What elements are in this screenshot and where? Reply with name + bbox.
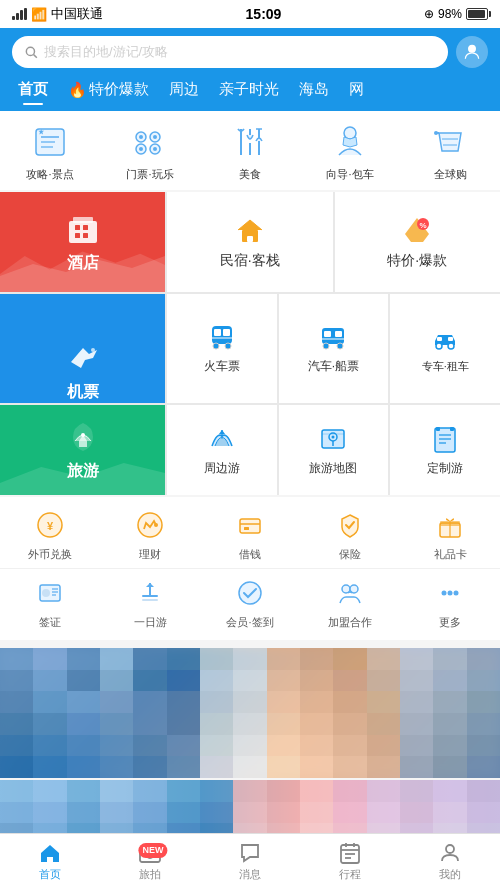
svg-point-96 — [446, 845, 454, 853]
category-global[interactable]: 全球购 — [400, 121, 500, 182]
banner-1[interactable] — [0, 648, 500, 778]
service-partner[interactable]: 加盟合作 — [300, 575, 400, 630]
svg-point-22 — [434, 131, 438, 135]
bottom-nav-photo-label: 旅拍 — [139, 867, 161, 882]
svg-rect-80 — [142, 599, 158, 601]
tab-net[interactable]: 网 — [339, 76, 374, 103]
svg-point-46 — [337, 343, 343, 349]
svg-rect-29 — [75, 233, 80, 238]
svg-point-66 — [138, 513, 162, 537]
ticket-icon — [129, 121, 171, 163]
service-daytrip-label: 一日游 — [134, 615, 167, 630]
service-insurance[interactable]: 保险 — [300, 507, 400, 562]
svg-point-81 — [239, 582, 261, 604]
search-bar: 搜索目的地/游记/攻略 — [0, 28, 500, 76]
bottom-nav-home[interactable]: 首页 — [0, 841, 100, 882]
services-row-2: 签证 一日游 会员·签到 — [0, 568, 500, 640]
service-daytrip[interactable]: 一日游 — [100, 575, 200, 630]
category-food-label: 美食 — [239, 167, 261, 182]
service-checkin[interactable]: 会员·签到 — [200, 575, 300, 630]
svg-rect-62 — [436, 427, 440, 431]
svg-text:¥: ¥ — [47, 520, 54, 532]
svg-rect-63 — [450, 427, 454, 431]
finance-icon — [132, 507, 168, 543]
svg-rect-38 — [223, 329, 230, 336]
status-battery: ⊕ 98% — [424, 7, 488, 21]
search-input[interactable]: 搜索目的地/游记/攻略 — [12, 36, 448, 68]
tile-flight[interactable]: 机票 — [0, 294, 165, 403]
tile-rental[interactable]: 专车·租车 — [390, 294, 500, 403]
bottom-nav-mine[interactable]: 我的 — [400, 841, 500, 882]
flight-icon — [65, 340, 101, 376]
bottom-nav-message[interactable]: 消息 — [200, 841, 300, 882]
hotel-icon — [65, 211, 101, 247]
svg-point-45 — [323, 343, 329, 349]
status-carrier: 📶 中国联通 — [12, 5, 103, 23]
trip-nav-icon — [338, 841, 362, 865]
svg-rect-32 — [247, 236, 253, 242]
service-giftcard-label: 礼品卡 — [434, 547, 467, 562]
fire-icon: 🔥 — [68, 81, 87, 99]
tile-deals[interactable]: % 特价·爆款 — [335, 192, 501, 292]
service-loan[interactable]: 借钱 — [200, 507, 300, 562]
map-icon — [318, 424, 348, 454]
service-more[interactable]: 更多 — [400, 575, 500, 630]
svg-point-12 — [153, 135, 157, 139]
category-guide[interactable]: 攻略·景点 — [0, 121, 100, 182]
loan-icon — [232, 507, 268, 543]
svg-point-0 — [26, 47, 34, 55]
service-visa[interactable]: 签证 — [0, 575, 100, 630]
service-giftcard[interactable]: 礼品卡 — [400, 507, 500, 562]
tab-family[interactable]: 亲子时光 — [209, 76, 289, 103]
tab-hot[interactable]: 🔥 特价爆款 — [58, 76, 159, 103]
category-ticket[interactable]: 门票·玩乐 — [100, 121, 200, 182]
svg-point-75 — [42, 589, 50, 597]
tile-hotel[interactable]: 酒店 — [0, 192, 165, 292]
custom-label: 定制游 — [427, 460, 463, 477]
avatar-button[interactable] — [456, 36, 488, 68]
svg-point-35 — [91, 348, 95, 352]
daytrip-icon — [132, 575, 168, 611]
partner-icon — [332, 575, 368, 611]
svg-point-14 — [153, 147, 157, 151]
category-food[interactable]: 美食 — [200, 121, 300, 182]
svg-rect-43 — [324, 331, 331, 337]
bottom-nav-message-label: 消息 — [239, 867, 261, 882]
svg-rect-37 — [214, 329, 221, 336]
svg-rect-79 — [142, 595, 158, 597]
battery-icon — [466, 8, 488, 20]
bottom-nav: 首页 NEW 旅拍 消息 行程 我的 — [0, 833, 500, 889]
tile-bus[interactable]: 汽车·船票 — [279, 294, 389, 403]
status-bar: 📶 中国联通 15:09 ⊕ 98% — [0, 0, 500, 28]
bottom-nav-trip[interactable]: 行程 — [300, 841, 400, 882]
rental-icon — [430, 323, 460, 353]
tile-map[interactable]: 旅游地图 — [279, 405, 389, 495]
bnb-icon — [234, 214, 266, 246]
train-label: 火车票 — [204, 358, 240, 375]
category-global-label: 全球购 — [434, 167, 467, 182]
service-finance[interactable]: 理财 — [100, 507, 200, 562]
service-visa-label: 签证 — [39, 615, 61, 630]
more-icon — [432, 575, 468, 611]
bus-icon — [318, 322, 348, 352]
tab-island[interactable]: 海岛 — [289, 76, 339, 103]
svg-point-86 — [454, 591, 459, 596]
category-guide2[interactable]: 向导·包车 — [300, 121, 400, 182]
svg-point-40 — [213, 343, 219, 349]
nearby-label: 周边游 — [204, 460, 240, 477]
tab-nearby[interactable]: 周边 — [159, 76, 209, 103]
tab-home[interactable]: 首页 — [8, 76, 58, 103]
tile-train[interactable]: 火车票 — [167, 294, 277, 403]
svg-point-52 — [81, 433, 85, 437]
bus-label: 汽车·船票 — [308, 358, 359, 375]
tile-tour[interactable]: 旅游 — [0, 405, 165, 495]
bottom-nav-photo[interactable]: NEW 旅拍 — [100, 841, 200, 882]
svg-rect-68 — [240, 519, 260, 533]
tile-bnb[interactable]: 民宿·客栈 — [167, 192, 333, 292]
tile-nearby[interactable]: 周边游 — [167, 405, 277, 495]
service-forex[interactable]: ¥ 外币兑换 — [0, 507, 100, 562]
tile-custom[interactable]: 定制游 — [390, 405, 500, 495]
svg-rect-48 — [437, 337, 442, 341]
service-loan-label: 借钱 — [239, 547, 261, 562]
service-checkin-label: 会员·签到 — [226, 615, 273, 630]
